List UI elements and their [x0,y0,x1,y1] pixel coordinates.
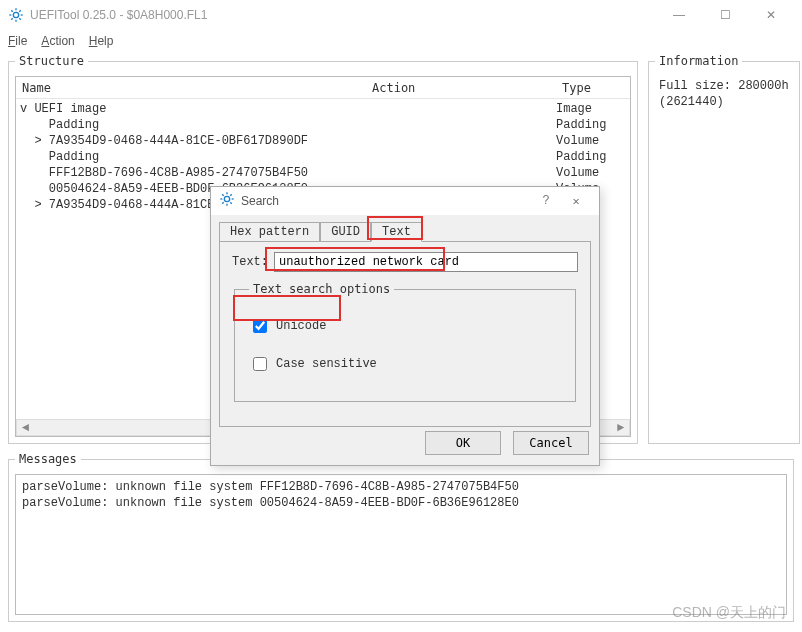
dialog-help-button[interactable]: ? [531,194,561,208]
menu-file[interactable]: File [8,34,27,48]
unicode-checkbox-row[interactable]: Unicode [249,316,561,336]
svg-line-5 [11,10,12,11]
text-label: Text: [232,255,268,269]
svg-line-7 [11,18,12,19]
col-action[interactable]: Action [366,81,556,95]
messages-panel: Messages parseVolume: unknown file syste… [8,452,794,622]
tree-header: Name Action Type [16,77,630,99]
unicode-label: Unicode [276,319,326,333]
svg-line-14 [222,194,223,195]
svg-point-9 [224,196,229,201]
dialog-tabs: Hex pattern GUID Text [219,222,599,242]
information-panel: Information Full size: 280000h (2621440) [648,54,800,444]
menu-help[interactable]: Help [89,34,114,48]
scroll-right-icon[interactable]: ► [612,420,629,435]
dialog-title: Search [241,194,531,208]
dialog-titlebar: Search ? ✕ [211,187,599,215]
window-title: UEFITool 0.25.0 - $0A8H000.FL1 [30,8,656,22]
scroll-left-icon[interactable]: ◄ [17,420,34,435]
information-legend: Information [655,54,742,68]
messages-legend: Messages [15,452,81,466]
tab-body: Text: Text search options Unicode Case s… [219,241,591,427]
structure-legend: Structure [15,54,88,68]
unicode-checkbox[interactable] [253,319,267,333]
tab-guid[interactable]: GUID [320,222,371,242]
svg-line-16 [222,202,223,203]
col-type[interactable]: Type [556,81,630,95]
tab-hex-pattern[interactable]: Hex pattern [219,222,320,242]
messages-body: parseVolume: unknown file system FFF12B8… [15,474,787,615]
dialog-icon [219,191,235,211]
info-body: Full size: 280000h (2621440) [655,74,793,114]
case-label: Case sensitive [276,357,377,371]
options-legend: Text search options [249,282,394,296]
svg-line-17 [230,194,231,195]
svg-point-0 [13,12,18,17]
tree-row[interactable]: > 7A9354D9-0468-444A-81CE-0BF617D890DFVo… [16,133,630,149]
case-checkbox-row[interactable]: Case sensitive [249,354,561,374]
svg-line-15 [230,202,231,203]
case-checkbox[interactable] [253,357,267,371]
menu-action[interactable]: Action [41,34,74,48]
search-dialog: Search ? ✕ Hex pattern GUID Text Text: T… [210,186,600,466]
tree-row[interactable]: PaddingPadding [16,149,630,165]
menubar: File Action Help [0,30,802,52]
search-text-input[interactable] [274,252,578,272]
svg-line-6 [19,18,20,19]
tree-row[interactable]: PaddingPadding [16,117,630,133]
col-name[interactable]: Name [16,81,366,95]
tree-row[interactable]: FFF12B8D-7696-4C8B-A985-2747075B4F50Volu… [16,165,630,181]
maximize-button[interactable]: ☐ [702,0,748,30]
tab-text[interactable]: Text [371,222,422,242]
ok-button[interactable]: OK [425,431,501,455]
titlebar: UEFITool 0.25.0 - $0A8H000.FL1 — ☐ ✕ [0,0,802,30]
cancel-button[interactable]: Cancel [513,431,589,455]
svg-line-8 [19,10,20,11]
minimize-button[interactable]: — [656,0,702,30]
app-icon [8,7,24,23]
dialog-close-button[interactable]: ✕ [561,194,591,209]
tree-row[interactable]: v UEFI imageImage [16,101,630,117]
close-button[interactable]: ✕ [748,0,794,30]
text-search-options: Text search options Unicode Case sensiti… [234,282,576,402]
